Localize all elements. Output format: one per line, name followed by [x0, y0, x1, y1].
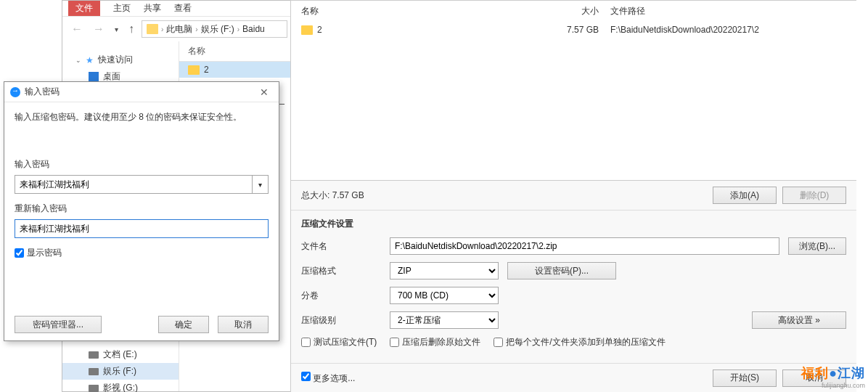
tree-label: 快速访问	[98, 54, 133, 66]
row-name: 2	[317, 25, 322, 35]
compress-file-list[interactable]: 名称 大小 文件路径 2 7.57 GB F:\BaiduNetdiskDown…	[291, 1, 856, 181]
disk-icon	[89, 351, 99, 359]
folder-icon	[147, 24, 158, 34]
reenter-password-label: 重新输入密码	[15, 203, 269, 215]
close-icon[interactable]: ✕	[255, 86, 273, 98]
crumb-pc[interactable]: 此电脑	[166, 23, 192, 36]
file-row[interactable]: 2	[179, 62, 293, 78]
start-button[interactable]: 开始(S)	[713, 369, 777, 387]
column-header-name[interactable]: 名称	[179, 41, 293, 62]
watermark: 福利●江湖 fulijianghu.com	[801, 364, 865, 389]
tree-label: 娱乐 (F:)	[103, 365, 136, 377]
split-select[interactable]: 700 MB (CD)	[390, 287, 499, 304]
nav-back-icon[interactable]: ←	[68, 23, 86, 36]
format-select[interactable]: ZIP	[390, 262, 499, 279]
filename-label: 文件名	[301, 240, 381, 253]
nav-fwd-icon[interactable]: →	[90, 23, 107, 36]
explorer-nav: ← → ▾ ↑ › 此电脑 › 娱乐 (F:) › Baidu	[62, 17, 293, 41]
chk-test-box[interactable]	[301, 338, 311, 347]
filename-input[interactable]	[390, 237, 779, 255]
nav-dropdown-icon[interactable]: ▾	[112, 25, 121, 33]
chk-each[interactable]: 把每个文件/文件夹添加到单独的压缩文件	[494, 336, 665, 348]
delete-button[interactable]: 删除(D)	[782, 187, 846, 204]
row-path: F:\BaiduNetdiskDownload\20220217\2	[610, 25, 846, 35]
settings-title: 压缩文件设置	[301, 218, 846, 230]
password-hint: 输入压缩包密码。建议使用至少 8 位的密码来保证安全性。	[15, 111, 269, 123]
crumb-drive[interactable]: 娱乐 (F:)	[201, 23, 234, 36]
tree-quick-access[interactable]: ⌄★ 快速访问	[62, 52, 179, 68]
advanced-button[interactable]: 高级设置 »	[752, 311, 846, 329]
menu-file[interactable]: 文件	[68, 1, 100, 16]
cancel-button[interactable]: 取消	[218, 316, 269, 333]
password-dialog: 输入密码 ✕ 输入压缩包密码。建议使用至少 8 位的密码来保证安全性。 输入密码…	[4, 81, 279, 341]
chevron-right-icon: ›	[161, 25, 163, 33]
tree-label: 文档 (E:)	[103, 348, 137, 361]
password-manager-button[interactable]: 密码管理器...	[15, 316, 102, 333]
browse-button[interactable]: 浏览(B)...	[788, 237, 846, 255]
list-row[interactable]: 2 7.57 GB F:\BaiduNetdiskDownload\202202…	[291, 22, 856, 38]
level-label: 压缩级别	[301, 314, 381, 327]
list-header: 名称 大小 文件路径	[291, 1, 856, 22]
password-confirm-input[interactable]	[15, 219, 269, 238]
enter-password-label: 输入密码	[15, 158, 269, 171]
dialog-footer: 更多选项... 开始(S) 取消	[291, 363, 856, 392]
desktop-icon	[89, 72, 99, 82]
show-password-box[interactable]	[15, 248, 24, 258]
password-dropdown-icon[interactable]: ▾	[253, 175, 269, 194]
chk-delorig[interactable]: 压缩后删除原始文件	[390, 336, 480, 348]
total-row: 总大小: 7.57 GB 添加(A) 删除(D)	[291, 181, 856, 211]
show-password[interactable]: 显示密码	[15, 247, 269, 259]
tree-doc-drive[interactable]: 文档 (E:)	[62, 346, 179, 363]
star-icon: ★	[86, 55, 94, 65]
compress-settings: 压缩文件设置 文件名 浏览(B)... 压缩格式 ZIP 设置密码(P)... …	[291, 211, 856, 356]
dialog-titlebar[interactable]: 输入密码 ✕	[4, 82, 279, 102]
more-options-box[interactable]	[301, 372, 311, 381]
disk-icon	[89, 368, 99, 375]
chk-each-box[interactable]	[494, 338, 503, 347]
file-name: 2	[204, 65, 209, 75]
menu-share[interactable]: 共享	[144, 2, 161, 15]
chk-delorig-box[interactable]	[390, 338, 399, 347]
tree-ent-drive[interactable]: 娱乐 (F:)	[62, 363, 179, 380]
crumb-folder[interactable]: Baidu	[242, 24, 265, 34]
folder-icon	[188, 65, 200, 75]
compress-dialog: 名称 大小 文件路径 2 7.57 GB F:\BaiduNetdiskDown…	[290, 0, 856, 392]
add-button[interactable]: 添加(A)	[713, 187, 777, 204]
split-label: 分卷	[301, 290, 381, 302]
dialog-title: 输入密码	[25, 86, 60, 98]
ok-button[interactable]: 确定	[158, 316, 209, 333]
set-password-button[interactable]: 设置密码(P)...	[507, 262, 616, 279]
key-icon	[10, 87, 20, 97]
col-size[interactable]: 大小	[555, 5, 599, 17]
chevron-right-icon: ›	[237, 25, 239, 33]
password-input[interactable]	[15, 175, 253, 194]
chk-test[interactable]: 测试压缩文件(T)	[301, 336, 377, 348]
row-size: 7.57 GB	[555, 25, 599, 35]
breadcrumb[interactable]: › 此电脑 › 娱乐 (F:) › Baidu	[142, 20, 287, 38]
disk-icon	[89, 385, 99, 392]
col-path[interactable]: 文件路径	[610, 5, 846, 17]
tree-label: 影视 (G:)	[103, 382, 138, 392]
tree-movie-drive[interactable]: 影视 (G:)	[62, 380, 179, 392]
folder-icon	[301, 25, 313, 35]
explorer-menu: 文件 主页 共享 查看	[62, 1, 293, 17]
menu-view[interactable]: 查看	[174, 2, 192, 15]
menu-home[interactable]: 主页	[113, 2, 131, 15]
chevron-right-icon: ›	[195, 25, 197, 33]
format-label: 压缩格式	[301, 265, 381, 277]
password-combo: ▾	[15, 175, 269, 194]
col-name[interactable]: 名称	[301, 5, 555, 17]
total-size-label: 总大小: 7.57 GB	[301, 189, 713, 202]
level-select[interactable]: 2-正常压缩	[390, 311, 499, 329]
nav-up-icon[interactable]: ↑	[126, 23, 137, 36]
more-options[interactable]: 更多选项...	[301, 372, 707, 385]
